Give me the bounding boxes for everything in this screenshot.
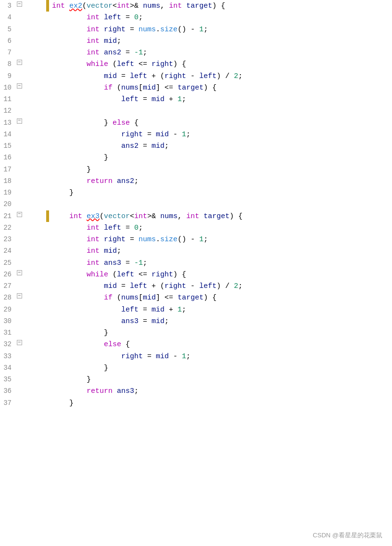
code-line-23: int right = nums.size() - 1; [49,234,392,245]
fold-box[interactable]: − [17,60,22,65]
code-line-16: } [49,152,392,163]
code-line-14: right = mid - 1; [49,129,392,140]
code-line-10: if (nums[mid] <= target) { [49,82,392,93]
line-number: 18 [0,176,15,187]
code-line-36: return ans3; [49,385,392,397]
code-line-6: int mid; [49,35,392,47]
line-number: 37 [0,398,15,409]
fold-box[interactable]: − [17,83,22,89]
code-line-17: } [49,164,392,175]
line-number: 21 [0,211,15,222]
code-line-9: mid = left + (right - left) / 2; [49,70,392,82]
line-number: 4 [0,12,15,23]
line-number: 12 [0,105,15,117]
fold-box[interactable]: − [17,212,22,217]
code-line-15: ans2 = mid; [49,140,392,152]
line-number: 30 [0,316,15,327]
code-line-22: int left = 0; [49,222,392,234]
line-row: 6 int mid; [0,35,392,47]
line-row: 23 int right = nums.size() - 1; [0,234,392,245]
line-number: 16 [0,152,15,163]
line-number: 8 [0,59,15,70]
line-number: 5 [0,24,15,35]
line-row: 16 } [0,152,392,163]
code-line-25: int ans3 = -1; [49,257,392,269]
fold-box[interactable]: − [17,293,22,299]
line-row: 37 } [0,397,392,409]
line-row: 33 right = mid - 1; [0,351,392,362]
line-number: 25 [0,258,15,269]
line-number: 9 [0,71,15,82]
line-row: 17 } [0,164,392,175]
fold-indicator[interactable]: − [15,82,23,89]
line-row: 20 [0,198,392,210]
line-number: 31 [0,327,15,338]
fold-indicator[interactable]: − [15,339,23,345]
line-row: 28 − if (nums[mid] <= target) { [0,292,392,303]
line-row: 26 − while (left <= right) { [0,269,392,280]
code-line-20 [49,198,392,210]
line-row: 5 int right = nums.size() - 1; [0,24,392,35]
fold-indicator[interactable]: − [15,59,23,65]
line-number: 26 [0,269,15,280]
line-number: 3 [0,0,15,12]
line-row: 10 − if (nums[mid] <= target) { [0,82,392,93]
line-number: 17 [0,164,15,175]
line-number: 6 [0,36,15,47]
line-row: 25 int ans3 = -1; [0,257,392,269]
line-row: 22 int left = 0; [0,222,392,234]
code-line-8: while (left <= right) { [49,58,392,70]
line-number: 33 [0,351,15,362]
fold-indicator[interactable]: − [15,117,23,124]
line-row: 18 return ans2; [0,175,392,187]
fold-box[interactable]: − [17,1,22,7]
fold-box[interactable]: − [17,340,22,345]
code-line-32: else { [49,338,392,350]
line-row: 13 − } else { [0,117,392,129]
line-row: 30 ans3 = mid; [0,315,392,327]
line-number: 13 [0,117,15,129]
line-row: 35 } [0,374,392,385]
line-number: 19 [0,187,15,198]
line-row: 7 int ans2 = -1; [0,47,392,58]
fold-indicator[interactable]: − [15,269,23,275]
fold-indicator[interactable]: − [15,211,23,217]
line-number: 34 [0,363,15,374]
code-line-30: ans3 = mid; [49,315,392,327]
code-editor: 3 − int ex2(vector<int>& nums, int targe… [0,0,392,546]
line-row: 4 int left = 0; [0,12,392,23]
code-line-11: left = mid + 1; [49,93,392,105]
fold-indicator[interactable]: − [15,0,23,7]
line-row: 15 ans2 = mid; [0,140,392,152]
line-number: 28 [0,292,15,303]
watermark-text: CSDN @看星星的花栗鼠 [313,531,382,540]
line-row: 32 − else { [0,338,392,350]
line-row: 34 } [0,362,392,374]
code-line-19: } [49,187,392,198]
code-line-5: int right = nums.size() - 1; [49,24,392,35]
line-number: 15 [0,141,15,152]
code-line-28: if (nums[mid] <= target) { [49,292,392,303]
fold-indicator[interactable]: − [15,292,23,299]
code-line-27: mid = left + (right - left) / 2; [49,280,392,292]
line-row: 19 } [0,187,392,198]
line-number: 23 [0,234,15,245]
fold-box[interactable]: − [17,118,22,124]
line-number: 14 [0,129,15,140]
code-line-31: } [49,327,392,338]
code-line-13: } else { [49,117,392,129]
code-line-37: } [49,397,392,409]
line-row: 27 mid = left + (right - left) / 2; [0,280,392,292]
code-line-18: return ans2; [49,175,392,187]
line-row: 3 − int ex2(vector<int>& nums, int targe… [0,0,392,12]
code-line-34: } [49,362,392,374]
line-number: 29 [0,304,15,315]
code-line-7: int ans2 = -1; [49,47,392,58]
line-row: 8 − while (left <= right) { [0,58,392,70]
code-line-3: int ex2(vector<int>& nums, int target) { [49,0,392,12]
line-row: 36 return ans3; [0,385,392,397]
fold-box[interactable]: − [17,270,22,275]
line-number: 20 [0,199,15,210]
line-row: 9 mid = left + (right - left) / 2; [0,70,392,82]
line-number: 11 [0,94,15,105]
